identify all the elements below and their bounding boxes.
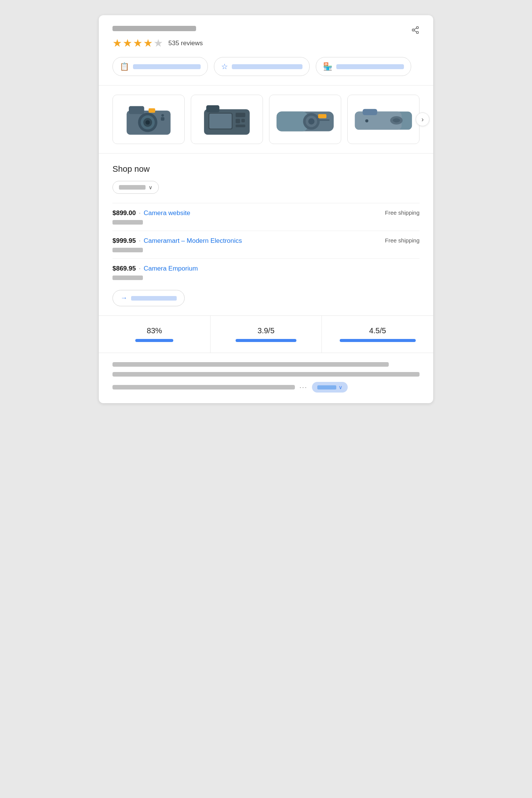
stat-2-value: 3.9/5 (258, 326, 274, 335)
svg-point-32 (393, 118, 400, 122)
footer-line-1 (112, 362, 389, 367)
svg-line-3 (414, 30, 416, 32)
shop-title: Shop now (112, 164, 420, 174)
camera-image-1[interactable] (112, 95, 185, 144)
footer-dots: ··· (299, 383, 307, 391)
listing-1-tag (112, 220, 143, 225)
more-listings-button[interactable]: → (112, 290, 185, 306)
rating-section: ★ ★ ★ ★ ★ 535 reviews 📋 ☆ (99, 15, 433, 86)
listing-3-seller[interactable]: Camera Emporium (144, 265, 198, 272)
stat-2-bar (236, 339, 296, 342)
listing-2-shipping: Free shipping (385, 237, 420, 244)
listing-2-price: $999.95 (112, 237, 136, 245)
store-button[interactable]: 🏪 (316, 57, 411, 76)
filter-label (119, 185, 146, 190)
shop-section: Shop now ∨ $899.00 · Camera website Free… (99, 154, 433, 316)
footer-line-2 (112, 372, 420, 377)
listing-1-shipping: Free shipping (385, 209, 420, 216)
svg-point-13 (162, 114, 164, 117)
camera-images-section: › (99, 86, 433, 154)
stat-3-bar (340, 339, 416, 342)
listing-3-tag (112, 276, 143, 280)
star-5: ★ (154, 38, 163, 49)
listing-3: $869.95 · Camera Emporium (112, 258, 420, 286)
star-3: ★ (133, 38, 142, 49)
star-1: ★ (112, 38, 122, 49)
action-buttons: 📋 ☆ 🏪 (112, 57, 411, 76)
footer-expand-button[interactable]: ∨ (312, 382, 348, 393)
footer-section: ··· ∨ (99, 353, 433, 403)
svg-point-26 (308, 118, 314, 124)
listing-2-tag (112, 248, 143, 252)
specs-icon: 📋 (120, 62, 129, 71)
specs-button[interactable]: 📋 (112, 57, 208, 76)
svg-line-4 (414, 28, 416, 30)
footer-last-row: ··· ∨ (112, 382, 420, 393)
svg-rect-33 (363, 109, 377, 115)
star-4: ★ (143, 38, 153, 49)
save-label (232, 64, 302, 69)
svg-rect-6 (129, 106, 144, 114)
svg-rect-19 (236, 119, 240, 124)
camera-image-4[interactable] (347, 95, 420, 144)
svg-point-11 (146, 120, 150, 125)
stat-3-value: 4.5/5 (369, 326, 386, 335)
stat-1-value: 83% (147, 326, 162, 335)
svg-rect-28 (318, 119, 329, 121)
listing-1: $899.00 · Camera website Free shipping (112, 203, 420, 231)
title-placeholder (112, 26, 196, 31)
store-label (336, 64, 404, 69)
svg-rect-34 (365, 119, 368, 122)
more-label (131, 296, 177, 301)
filter-dropdown[interactable]: ∨ (112, 181, 159, 194)
stat-2: 3.9/5 (211, 316, 322, 353)
listing-2-seller[interactable]: Cameramart – Modern Electronics (144, 237, 242, 245)
svg-rect-15 (206, 105, 220, 112)
store-icon: 🏪 (323, 62, 332, 71)
camera-image-2[interactable] (191, 95, 263, 144)
camera-image-3[interactable] (269, 95, 341, 144)
stars: ★ ★ ★ ★ ★ (112, 38, 163, 49)
listing-2: $999.95 · Cameramart – Modern Electronic… (112, 231, 420, 258)
review-count: 535 reviews (168, 40, 203, 47)
stat-1: 83% (99, 316, 211, 353)
stat-3: 4.5/5 (322, 316, 433, 353)
svg-rect-7 (149, 108, 155, 113)
svg-rect-12 (161, 117, 164, 120)
stat-1-bar (135, 339, 173, 342)
share-button[interactable] (411, 26, 420, 36)
save-icon: ☆ (221, 62, 228, 71)
star-2: ★ (123, 38, 132, 49)
footer-expand-label (317, 385, 336, 390)
svg-rect-27 (318, 114, 326, 118)
footer-expand-chevron-icon: ∨ (339, 384, 342, 390)
filter-chevron-icon: ∨ (149, 184, 152, 190)
next-image-button[interactable]: › (416, 112, 429, 126)
footer-line-3 (112, 385, 295, 390)
product-card: ★ ★ ★ ★ ★ 535 reviews 📋 ☆ (99, 15, 433, 403)
more-arrow-icon: → (120, 294, 127, 302)
listing-1-seller[interactable]: Camera website (144, 209, 190, 217)
svg-rect-21 (236, 125, 245, 127)
stats-section: 83% 3.9/5 4.5/5 (99, 316, 433, 353)
svg-rect-17 (209, 114, 232, 128)
rating-row: ★ ★ ★ ★ ★ 535 reviews (112, 38, 411, 49)
specs-label (133, 64, 201, 69)
listing-1-price: $899.00 (112, 209, 136, 217)
svg-rect-18 (236, 113, 245, 117)
listing-3-price: $869.95 (112, 265, 136, 272)
save-button[interactable]: ☆ (214, 57, 309, 76)
svg-rect-23 (277, 112, 308, 131)
svg-rect-20 (241, 119, 245, 122)
